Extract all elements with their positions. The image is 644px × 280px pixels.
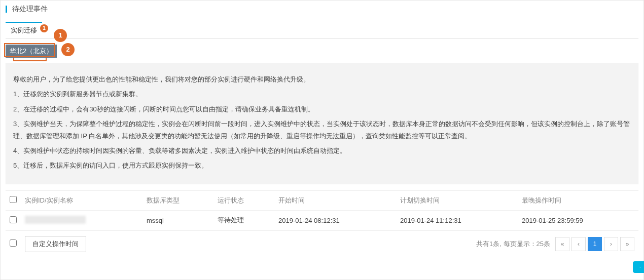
- table-row: mssql 等待处理 2019-01-24 08:12:31 2019-01-2…: [6, 211, 638, 231]
- notice-intro: 尊敬的用户，为了给您提供更出色的性能和稳定性，我们将对您的部分实例进行硬件和网络…: [13, 73, 631, 85]
- page-title: 待处理事件: [12, 5, 48, 13]
- notice-item-2: 2、在迁移的过程中，会有30秒的连接闪断，闪断的时间点您可以自由指定，请确保业务…: [13, 103, 631, 115]
- pager-first[interactable]: «: [555, 237, 569, 251]
- pager: « ‹ 1 › »: [555, 237, 634, 251]
- cell-status: 等待处理: [218, 216, 278, 225]
- region-button[interactable]: 华北2（北京）: [6, 45, 57, 58]
- header-id: 实例ID/实例名称: [25, 196, 147, 205]
- header-plan: 计划切换时间: [400, 196, 522, 205]
- region-label: 华北2（北京）: [10, 47, 53, 55]
- tabs-bar: 实例迁移: [6, 22, 638, 38]
- pager-prev[interactable]: ‹: [571, 237, 586, 251]
- tab-label: 实例迁移: [11, 26, 37, 34]
- page-info: 共有1条, 每页显示：25条: [476, 239, 550, 249]
- notice-item-3: 3、实例维护当天，为保障整个维护过程的稳定性，实例会在闪断时间前一段时间，进入实…: [13, 118, 631, 142]
- pager-current[interactable]: 1: [588, 237, 602, 251]
- table-header-row: 实例ID/实例名称 数据库类型 运行状态 开始时间 计划切换时间 最晚操作时间: [6, 191, 638, 211]
- title-accent: [6, 6, 7, 13]
- callout-2: 2: [61, 43, 75, 56]
- tab-instance-migration[interactable]: 实例迁移: [6, 22, 42, 38]
- row-checkbox[interactable]: [10, 216, 17, 223]
- cell-db: mssql: [147, 217, 218, 224]
- help-dot-icon-2: ·: [623, 264, 629, 270]
- header-status: 运行状态: [218, 196, 278, 205]
- header-latest: 最晚操作时间: [522, 196, 634, 205]
- region-row: 华北2（北京） 2: [6, 45, 638, 58]
- header-db: 数据库类型: [147, 196, 218, 205]
- header-start: 开始时间: [278, 196, 400, 205]
- cell-id: [25, 216, 147, 225]
- cell-latest: 2019-01-25 23:59:59: [522, 217, 634, 224]
- table-footer: 自定义操作时间 共有1条, 每页显示：25条 « ‹ 1 › »: [6, 231, 638, 257]
- notice-box: 尊敬的用户，为了给您提供更出色的性能和稳定性，我们将对您的部分实例进行硬件和网络…: [6, 63, 638, 184]
- help-dot-icon: ·: [637, 264, 643, 270]
- footer-check: [10, 239, 25, 248]
- cell-plan: 2019-01-24 11:12:31: [400, 217, 522, 224]
- select-all-checkbox[interactable]: [10, 196, 17, 203]
- blurred-instance-id: [25, 216, 86, 224]
- footer-checkbox[interactable]: [10, 239, 17, 247]
- notice-item-4: 4、实例维护中状态的持续时间因实例的容量、负载等诸多因素决定，实例进入维护中状态…: [13, 145, 631, 156]
- custom-time-button[interactable]: 自定义操作时间: [25, 236, 86, 252]
- notice-item-5: 5、迁移后，数据库实例的访问入口，使用方式跟原实例保持一致。: [13, 159, 631, 171]
- help-tab[interactable]: · 咨询 ·: [633, 261, 644, 273]
- notice-item-1: 1、迁移您的实例到新服务器节点或新集群。: [13, 88, 631, 100]
- cell-start: 2019-01-24 08:12:31: [278, 217, 400, 224]
- pager-next[interactable]: ›: [604, 237, 618, 251]
- row-check: [10, 216, 25, 225]
- custom-time-label: 自定义操作时间: [32, 240, 79, 248]
- callout-1: 1: [54, 29, 67, 42]
- page-title-bar: 待处理事件: [1, 1, 643, 19]
- callout-badge-1: 1: [40, 24, 48, 32]
- events-table: 实例ID/实例名称 数据库类型 运行状态 开始时间 计划切换时间 最晚操作时间 …: [6, 190, 638, 257]
- header-check: [10, 196, 25, 205]
- pager-last[interactable]: »: [620, 237, 634, 251]
